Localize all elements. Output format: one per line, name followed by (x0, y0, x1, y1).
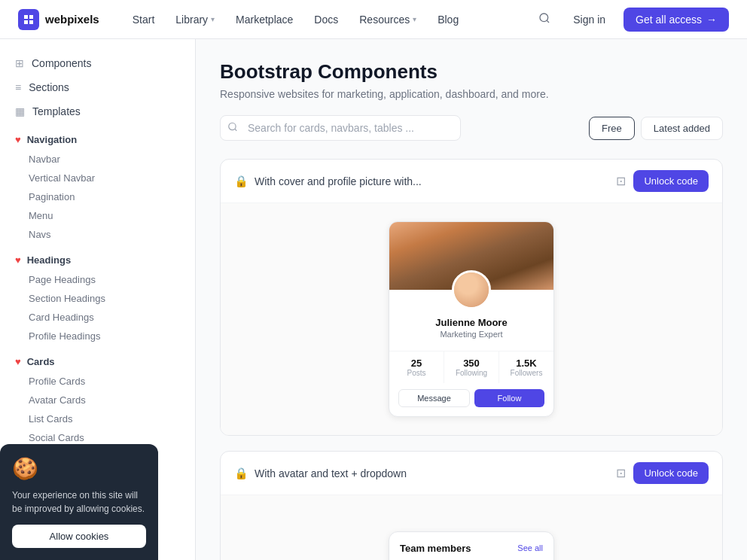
cookie-icon: 🍪 (12, 456, 146, 481)
heart-icon: ♥ (15, 356, 21, 367)
svg-point-0 (540, 14, 548, 22)
page-subtitle: Responsive websites for marketing, appli… (220, 88, 723, 100)
sidebar-link-navs[interactable]: Navs (0, 225, 195, 244)
search-filter-row: Free Latest added (220, 115, 723, 141)
search-input-wrap (220, 115, 461, 141)
card-header-right-1: ⊡ Unlock code (616, 170, 709, 192)
svg-point-1 (229, 123, 236, 129)
search-input[interactable] (220, 115, 461, 141)
bookmark-icon[interactable]: ⊡ (616, 174, 626, 188)
filter-latest-button[interactable]: Latest added (641, 117, 723, 140)
stat-following: 350 Following (444, 352, 499, 383)
nav-docs[interactable]: Docs (305, 9, 347, 30)
follow-button[interactable]: Follow (474, 389, 544, 407)
team-members-card: Team members See all Merideth Krouse Sub… (389, 531, 554, 561)
top-navigation: webpixels Start Library ▾ Marketplace Do… (0, 0, 747, 39)
profile-avatar-wrapper (389, 270, 553, 309)
sidebar-link-menu[interactable]: Menu (0, 206, 195, 225)
allow-cookies-button[interactable]: Allow cookies (12, 525, 146, 548)
nav-resources[interactable]: Resources ▾ (350, 9, 425, 30)
message-button[interactable]: Message (398, 389, 470, 407)
team-header: Team members See all (400, 543, 543, 554)
nav-links: Start Library ▾ Marketplace Docs Resourc… (123, 9, 535, 30)
page-title: Bootstrap Components (220, 60, 723, 84)
components-icon: ⊞ (15, 57, 24, 69)
chevron-down-icon: ▾ (211, 15, 215, 23)
card-header-right-2: ⊡ Unlock code (616, 462, 709, 484)
unlock-code-button-2[interactable]: Unlock code (633, 462, 709, 484)
nav-marketplace[interactable]: Marketplace (227, 9, 302, 30)
sidebar-item-components[interactable]: ⊞ Components (0, 51, 195, 75)
sidebar-link-card-headings[interactable]: Card Headings (0, 308, 195, 327)
nav-blog[interactable]: Blog (428, 9, 468, 30)
lock-icon: 🔒 (234, 175, 248, 188)
component-title-1: With cover and profile picture with... (255, 175, 422, 187)
avatar-face (454, 272, 489, 307)
nav-library[interactable]: Library ▾ (166, 9, 224, 30)
card-header-left-1: 🔒 With cover and profile picture with... (234, 175, 422, 188)
profile-role: Marketing Expert (398, 330, 544, 339)
sidebar-link-page-headings[interactable]: Page Headings (0, 270, 195, 289)
search-button[interactable] (534, 8, 555, 31)
filter-buttons: Free Latest added (589, 117, 723, 140)
component-card-header-2: 🔒 With avatar and text + dropdown ⊡ Unlo… (221, 452, 722, 495)
sidebar-link-vertical-navbar[interactable]: Vertical Navbar (0, 169, 195, 187)
see-all-link[interactable]: See all (517, 543, 543, 552)
cookie-text: Your experience on this site will be imp… (12, 488, 146, 516)
component-card-2: 🔒 With avatar and text + dropdown ⊡ Unlo… (220, 451, 723, 560)
sidebar-link-pagination[interactable]: Pagination (0, 187, 195, 206)
sign-in-link[interactable]: Sign in (564, 9, 614, 30)
cookie-banner: 🍪 Your experience on this site will be i… (0, 444, 158, 560)
logo-icon (18, 9, 39, 30)
unlock-code-button-1[interactable]: Unlock code (633, 170, 709, 192)
team-title: Team members (400, 543, 471, 554)
bookmark-icon[interactable]: ⊡ (616, 466, 626, 480)
sidebar-section-cards: ♥ Cards (0, 345, 195, 372)
lock-icon: 🔒 (234, 467, 248, 480)
get-access-button[interactable]: Get all access → (624, 8, 729, 32)
card-header-left-2: 🔒 With avatar and text + dropdown (234, 467, 407, 480)
component-preview-2: Team members See all Merideth Krouse Sub… (221, 495, 722, 560)
nav-actions: Sign in Get all access → (534, 8, 729, 32)
templates-icon: ▦ (15, 105, 25, 117)
sidebar-item-sections[interactable]: ≡ Sections (0, 75, 195, 99)
filter-free-button[interactable]: Free (589, 117, 635, 140)
component-preview-1: Julienne Moore Marketing Expert 25 Posts… (221, 203, 722, 435)
component-card-header-1: 🔒 With cover and profile picture with...… (221, 160, 722, 203)
arrow-right-icon: → (706, 14, 717, 26)
nav-start[interactable]: Start (123, 9, 164, 30)
sidebar-link-navbar[interactable]: Navbar (0, 150, 195, 169)
stat-followers: 1.5K Followers (499, 352, 553, 383)
profile-info: Julienne Moore Marketing Expert (389, 309, 553, 345)
logo-text: webpixels (45, 13, 99, 26)
sidebar-link-profile-cards[interactable]: Profile Cards (0, 372, 195, 391)
profile-preview-card: Julienne Moore Marketing Expert 25 Posts… (389, 221, 554, 417)
sidebar-link-profile-headings[interactable]: Profile Headings (0, 327, 195, 345)
profile-stats: 25 Posts 350 Following 1.5K Followers (389, 351, 553, 383)
sidebar-link-section-headings[interactable]: Section Headings (0, 289, 195, 308)
heart-icon: ♥ (15, 254, 21, 266)
component-card-1: 🔒 With cover and profile picture with...… (220, 159, 723, 436)
sidebar-section-headings: ♥ Headings (0, 244, 195, 270)
avatar (452, 270, 491, 309)
sidebar-item-templates[interactable]: ▦ Templates (0, 99, 195, 123)
search-icon (227, 122, 238, 135)
main-content: Bootstrap Components Responsive websites… (196, 39, 747, 560)
site-logo[interactable]: webpixels (18, 9, 99, 30)
profile-name: Julienne Moore (398, 317, 544, 328)
sidebar-link-list-cards[interactable]: List Cards (0, 409, 195, 428)
chevron-down-icon: ▾ (413, 15, 416, 23)
heart-icon: ♥ (15, 134, 21, 145)
component-title-2: With avatar and text + dropdown (255, 467, 407, 479)
sidebar-link-avatar-cards[interactable]: Avatar Cards (0, 391, 195, 409)
profile-actions: Message Follow (389, 383, 553, 416)
sections-icon: ≡ (15, 81, 21, 93)
sidebar-section-navigation: ♥ Navigation (0, 123, 195, 150)
stat-posts: 25 Posts (389, 352, 444, 383)
